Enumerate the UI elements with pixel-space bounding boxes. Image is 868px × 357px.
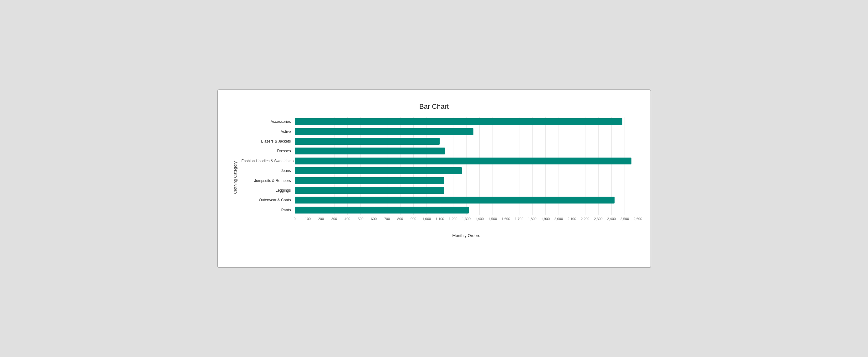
bar-wrapper [295,158,638,164]
bar-label: Outerwear & Coats [242,198,295,202]
bar-row: Blazers & Jackets [242,136,638,146]
bar-row: Pants [242,205,638,215]
bar-wrapper [295,167,638,174]
chart-inner: AccessoriesActiveBlazers & JacketsDresse… [242,117,638,238]
x-tick: 1,900 [541,217,550,221]
bar-wrapper [295,148,638,155]
x-tick: 500 [358,217,363,221]
x-tick: 700 [384,217,390,221]
bar-row: Jeans [242,166,638,176]
bar [295,167,462,174]
bar-row: Outerwear & Coats [242,195,638,205]
bar-wrapper [295,197,638,203]
bar-row: Active [242,127,638,136]
bar-label: Blazers & Jackets [242,139,295,143]
bar [295,197,615,203]
chart-container: Bar Chart Clothing Category AccessoriesA… [217,89,651,268]
x-tick: 1,500 [489,217,497,221]
bar-wrapper [295,118,638,125]
x-tick: 0 [293,217,296,221]
bar-label: Leggings [242,188,295,193]
bar-label: Fashion Hoodies & Sweatshirts [242,159,295,163]
y-axis-label: Clothing Category [230,117,240,238]
bar [295,177,444,184]
bar [295,148,445,155]
x-tick: 1,000 [423,217,431,221]
x-tick: 1,200 [449,217,458,221]
bar [295,158,631,164]
bar [295,138,440,145]
bar-row: Fashion Hoodies & Sweatshirts [242,156,638,166]
bar-wrapper [295,128,638,135]
bar-row: Accessories [242,117,638,127]
bar-wrapper [295,177,638,184]
bar [295,118,622,125]
bar-row: Jumpsuits & Rompers [242,176,638,185]
x-tick: 2,200 [581,217,590,221]
x-tick: 800 [397,217,403,221]
bar-label: Active [242,129,295,134]
bar [295,187,444,194]
x-tick: 2,000 [555,217,563,221]
bar-row: Dresses [242,146,638,156]
bar [295,207,469,214]
x-tick: 2,100 [568,217,577,221]
x-tick: 600 [371,217,376,221]
x-tick: 400 [344,217,350,221]
x-tick: 200 [318,217,324,221]
x-tick: 300 [331,217,337,221]
x-tick: 2,300 [594,217,603,221]
bar-wrapper [295,207,638,214]
x-tick: 2,400 [607,217,616,221]
bar-row: Leggings [242,185,638,195]
bar-label: Jeans [242,168,295,173]
bars-section: AccessoriesActiveBlazers & JacketsDresse… [242,117,638,215]
x-axis-label: Monthly Orders [295,233,638,238]
bar-label: Pants [242,208,295,212]
x-tick: 1,100 [436,217,444,221]
chart-title: Bar Chart [230,102,638,111]
bar [295,128,473,135]
x-tick: 1,300 [462,217,471,221]
bar-wrapper [295,187,638,194]
bar-wrapper [295,138,638,145]
x-tick: 1,600 [502,217,510,221]
x-tick: 100 [305,217,311,221]
bar-label: Jumpsuits & Rompers [242,178,295,183]
x-tick: 1,800 [528,217,537,221]
x-tick: 900 [410,217,416,221]
chart-area: Clothing Category AccessoriesActiveBlaze… [230,117,638,238]
x-tick: 2,500 [620,217,629,221]
x-tick: 2,600 [633,217,642,221]
bar-label: Dresses [242,149,295,153]
x-tick: 1,400 [475,217,484,221]
x-tick: 1,700 [515,217,524,221]
bar-label: Accessories [242,120,295,124]
